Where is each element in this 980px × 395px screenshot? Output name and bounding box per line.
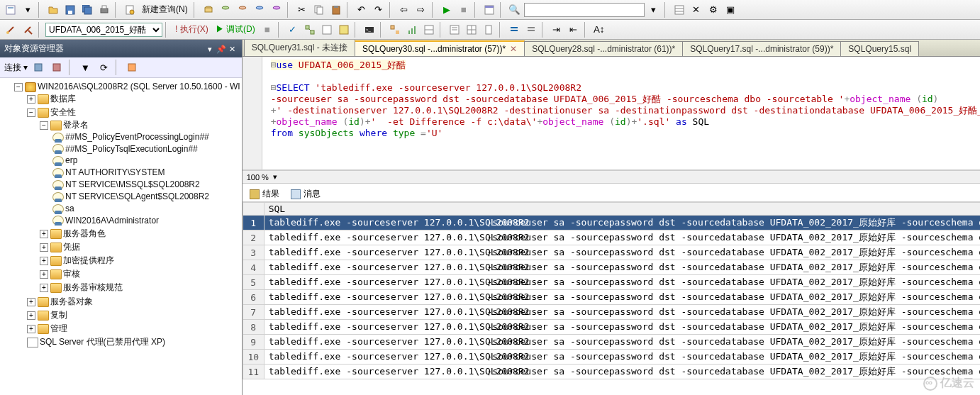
grid-cell-sql[interactable]: tablediff.exe -sourceserver 127.0.0.1\SQ… xyxy=(264,320,980,335)
undo-icon[interactable]: ↶ xyxy=(354,2,369,18)
table-row[interactable]: 7tablediff.exe -sourceserver 127.0.0.1\S… xyxy=(243,305,980,320)
tree-audit-specs[interactable]: 服务器审核规范 xyxy=(63,282,123,292)
tree-server-root[interactable]: WIN2016A\SQL2008R2 (SQL Server 10.50.160… xyxy=(38,82,240,91)
expand-toggle[interactable]: − xyxy=(14,83,23,91)
results-grid[interactable]: SQL 1tablediff.exe -sourceserver 127.0.0… xyxy=(243,202,980,395)
row-number[interactable]: 11 xyxy=(243,365,264,379)
grid-cell-sql[interactable]: tablediff.exe -sourceserver 127.0.0.1\SQ… xyxy=(264,350,980,365)
indent-icon[interactable]: ⇥ xyxy=(549,22,564,38)
table-row[interactable]: 3tablediff.exe -sourceserver 127.0.0.1\S… xyxy=(243,245,980,260)
connect-dropdown[interactable]: 连接 ▾ xyxy=(4,62,28,74)
db-script-icon-1[interactable] xyxy=(201,2,216,18)
tool-icon-c[interactable]: ▣ xyxy=(723,2,738,18)
row-number[interactable]: 1 xyxy=(243,216,264,230)
connect-stop-icon[interactable]: ⟳ xyxy=(96,60,111,75)
tree-credentials[interactable]: 凭据 xyxy=(63,242,80,252)
messages-tab[interactable]: 消息 xyxy=(288,187,323,201)
tree-databases[interactable]: 数据库 xyxy=(50,94,76,104)
outdent-icon[interactable]: ⇤ xyxy=(566,22,581,38)
tree-audits[interactable]: 审核 xyxy=(63,269,80,279)
grid-cell-sql[interactable]: tablediff.exe -sourceserver 127.0.0.1\SQ… xyxy=(264,260,980,275)
db-script-icon-3[interactable] xyxy=(235,2,250,18)
table-row[interactable]: 4tablediff.exe -sourceserver 127.0.0.1\S… xyxy=(243,260,980,275)
debug-button[interactable]: ▶ 调试(D) xyxy=(213,23,258,35)
find-icon[interactable]: 🔍 xyxy=(507,2,523,18)
grid-corner[interactable] xyxy=(243,203,264,216)
execute-play-icon[interactable]: ▶ xyxy=(439,2,455,18)
table-row[interactable]: 6tablediff.exe -sourceserver 127.0.0.1\S… xyxy=(243,290,980,305)
dropdown-icon[interactable]: ▾ xyxy=(20,2,35,18)
property-icon[interactable] xyxy=(672,2,687,18)
new-query-label[interactable]: 新建查询(N) xyxy=(139,4,191,16)
table-row[interactable]: 5tablediff.exe -sourceserver 127.0.0.1\S… xyxy=(243,275,980,290)
row-number[interactable]: 10 xyxy=(243,350,264,365)
query-options-icon[interactable] xyxy=(319,22,335,38)
tab-query-15[interactable]: SQLQuery15.sql xyxy=(840,41,919,56)
grid-cell-sql[interactable]: tablediff.exe -sourceserver 127.0.0.1\SQ… xyxy=(264,245,980,260)
tree-server-roles[interactable]: 服务器角色 xyxy=(63,228,106,238)
tool-icon-a[interactable]: ✕ xyxy=(689,2,704,18)
grid-cell-sql[interactable]: tablediff.exe -sourceserver 127.0.0.1\SQ… xyxy=(264,365,980,379)
tree-security[interactable]: 安全性 xyxy=(50,107,76,117)
login-item[interactable]: erp xyxy=(65,155,77,165)
tree-replication[interactable]: 复制 xyxy=(50,310,67,320)
object-explorer-tree[interactable]: −WIN2016A\SQL2008R2 (SQL Server 10.50.16… xyxy=(0,78,242,395)
grid-cell-sql[interactable]: tablediff.exe -sourceserver 127.0.0.1\SQ… xyxy=(264,305,980,320)
sql-editor[interactable]: ⊟use UFDATA_006_2015_好酷 ⊟SELECT 'tabledi… xyxy=(243,57,980,170)
table-row[interactable]: 8tablediff.exe -sourceserver 127.0.0.1\S… xyxy=(243,320,980,335)
row-number[interactable]: 3 xyxy=(243,245,264,260)
connect-disconnect-icon[interactable] xyxy=(49,60,65,75)
parse-icon[interactable]: ✓ xyxy=(285,22,301,38)
new-project-icon[interactable] xyxy=(3,2,18,18)
estimated-plan-icon[interactable] xyxy=(302,22,318,38)
connect-icon[interactable] xyxy=(3,22,18,38)
table-row[interactable]: 1tablediff.exe -sourceserver 127.0.0.1\S… xyxy=(243,216,980,230)
row-number[interactable]: 5 xyxy=(243,275,264,290)
connect-props-icon[interactable] xyxy=(124,60,140,75)
paste-icon[interactable] xyxy=(328,2,344,18)
open-icon[interactable] xyxy=(45,2,61,18)
sqlcmd-icon[interactable]: >_ xyxy=(362,22,377,38)
login-item[interactable]: ##MS_PolicyEventProcessingLogin## xyxy=(65,132,209,142)
tab-query-31[interactable]: SQLQuery31.sql - 未连接 xyxy=(244,40,355,56)
login-item[interactable]: NT AUTHORITY\SYSTEM xyxy=(65,167,165,177)
tree-crypto[interactable]: 加密提供程序 xyxy=(63,255,114,265)
stop-icon[interactable]: ■ xyxy=(456,2,472,18)
db-script-icon-4[interactable] xyxy=(252,2,267,18)
results-grid-icon[interactable] xyxy=(464,22,479,38)
intellisense-icon[interactable] xyxy=(336,22,352,38)
panel-dropdown-icon[interactable]: ▾ xyxy=(205,44,215,54)
db-script-icon-2[interactable] xyxy=(218,2,233,18)
results-tab[interactable]: 结果 xyxy=(247,187,282,201)
table-row[interactable]: 11tablediff.exe -sourceserver 127.0.0.1\… xyxy=(243,365,980,379)
row-number[interactable]: 6 xyxy=(243,290,264,305)
row-number[interactable]: 4 xyxy=(243,260,264,275)
table-row[interactable]: 2tablediff.exe -sourceserver 127.0.0.1\S… xyxy=(243,230,980,245)
database-select[interactable]: UFDATA_006_2015_好酷 xyxy=(45,23,162,37)
row-number[interactable]: 8 xyxy=(243,320,264,335)
grid-cell-sql[interactable]: tablediff.exe -sourceserver 127.0.0.1\SQ… xyxy=(264,216,980,230)
copy-icon[interactable] xyxy=(311,2,327,18)
nav-back-icon[interactable]: ⇦ xyxy=(396,2,412,18)
solution-combo[interactable] xyxy=(524,3,645,17)
grid-cell-sql[interactable]: tablediff.exe -sourceserver 127.0.0.1\SQ… xyxy=(264,290,980,305)
uncomment-icon[interactable] xyxy=(523,22,539,38)
results-text-icon[interactable] xyxy=(447,22,462,38)
tab-query-28[interactable]: SQLQuery28.sql -...dministrator (61))* xyxy=(524,41,683,56)
grid-cell-sql[interactable]: tablediff.exe -sourceserver 127.0.0.1\SQ… xyxy=(264,230,980,245)
grid-header-sql[interactable]: SQL xyxy=(264,203,980,216)
zoom-level[interactable]: 100 % xyxy=(247,173,269,182)
table-row[interactable]: 10tablediff.exe -sourceserver 127.0.0.1\… xyxy=(243,350,980,365)
tree-server-objects[interactable]: 服务器对象 xyxy=(50,296,93,306)
comment-icon[interactable] xyxy=(506,22,522,38)
connect-filter-icon[interactable]: ▼ xyxy=(77,60,93,75)
panel-close-icon[interactable]: ✕ xyxy=(228,44,238,54)
table-row[interactable]: 9tablediff.exe -sourceserver 127.0.0.1\S… xyxy=(243,335,980,350)
tree-sql-agent[interactable]: SQL Server 代理(已禁用代理 XP) xyxy=(40,337,165,347)
combo-dropdown-icon[interactable]: ▾ xyxy=(646,2,662,18)
login-item[interactable]: WIN2016A\Administrator xyxy=(65,216,159,226)
print-icon[interactable] xyxy=(96,2,112,18)
change-conn-icon[interactable] xyxy=(20,22,35,38)
zoom-dropdown-icon[interactable]: ▾ xyxy=(273,172,277,182)
redo-icon[interactable]: ↷ xyxy=(371,2,386,18)
